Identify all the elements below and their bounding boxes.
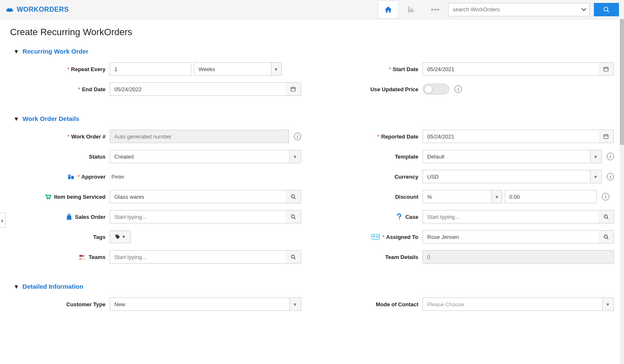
id-card-icon (371, 234, 380, 240)
case-input[interactable] (423, 210, 598, 223)
svg-line-22 (294, 197, 295, 199)
start-date-input[interactable] (423, 62, 598, 76)
currency-select[interactable] (423, 170, 590, 183)
updated-price-toggle[interactable] (423, 84, 449, 95)
end-date-input[interactable] (110, 82, 286, 96)
side-expand-tab[interactable]: › (0, 213, 6, 228)
brand-icon (5, 7, 14, 13)
calendar-icon[interactable] (598, 62, 614, 76)
reported-date-label: Reported Date (381, 133, 418, 140)
row-reported-date: * Reported Date (326, 130, 614, 143)
end-date-label: End Date (82, 86, 106, 92)
updated-price-label: Use Updated Price (370, 86, 418, 92)
required-marker: * (382, 234, 384, 240)
template-label: Template (395, 154, 418, 160)
section-detailed-info-header[interactable]: ▼ Detailed Information (13, 283, 614, 290)
item-input[interactable] (110, 190, 286, 203)
row-start-date: * Start Date (326, 62, 614, 76)
scrollbar[interactable] (620, 19, 624, 347)
chevron-down-icon[interactable]: ▾ (602, 297, 614, 311)
row-teams: Teams (13, 250, 301, 264)
scrollbar-thumb[interactable] (620, 19, 624, 145)
info-icon[interactable]: i (602, 193, 609, 200)
calendar-icon[interactable] (286, 82, 301, 96)
repeat-every-input[interactable] (110, 62, 191, 76)
required-marker: * (67, 66, 70, 72)
discount-value-input[interactable] (505, 190, 597, 203)
teams-input[interactable] (110, 250, 286, 264)
search-icon[interactable] (286, 210, 301, 223)
customer-type-label: Customer Type (66, 301, 106, 308)
chevron-down-icon[interactable]: ▾ (491, 190, 502, 203)
svg-point-29 (291, 255, 294, 258)
svg-point-20 (49, 198, 50, 200)
status-select[interactable] (110, 150, 289, 163)
row-sales-order: Sales Order (13, 210, 301, 223)
info-icon[interactable]: i (454, 85, 462, 93)
svg-line-24 (294, 218, 295, 219)
section-recurring-header[interactable]: ▼ Recurring Work Order (13, 48, 614, 55)
search-dropdown[interactable] (578, 3, 590, 16)
svg-rect-18 (70, 176, 70, 177)
chevron-down-icon[interactable]: ▾ (590, 150, 602, 163)
svg-rect-16 (70, 175, 70, 176)
details-grid: * Work Order # i Status ▾ (10, 130, 614, 270)
recurring-grid: * Repeat Every ▾ * End Date (10, 62, 614, 103)
mode-of-contact-label: Mode of Contact (376, 301, 418, 308)
svg-rect-40 (376, 236, 379, 236)
chevron-down-icon[interactable]: ▾ (590, 170, 602, 183)
approver-value: Peter (110, 174, 124, 180)
building-icon (67, 173, 75, 180)
repeat-unit-select[interactable] (194, 62, 271, 76)
approver-label: Approver (81, 174, 106, 180)
svg-line-43 (607, 238, 608, 239)
row-repeat-every: * Repeat Every ▾ (13, 62, 301, 76)
assigned-to-input[interactable] (423, 230, 598, 244)
svg-point-21 (291, 195, 294, 198)
calendar-icon[interactable] (598, 130, 614, 143)
mode-of-contact-select[interactable] (423, 297, 602, 311)
template-select[interactable] (423, 150, 590, 163)
chevron-down-icon[interactable]: ▾ (289, 150, 301, 163)
chevron-down-icon[interactable]: ▾ (289, 297, 301, 311)
discount-type-select[interactable] (423, 190, 491, 203)
assigned-to-label: Assigned To (386, 234, 418, 240)
svg-rect-15 (69, 175, 69, 176)
home-button[interactable] (378, 0, 399, 19)
sales-order-input[interactable] (110, 210, 286, 223)
svg-line-30 (294, 258, 295, 259)
search-icon[interactable] (286, 190, 301, 203)
tags-label: Tags (93, 234, 106, 240)
case-label: Case (405, 214, 418, 220)
search-icon[interactable] (286, 250, 301, 264)
info-icon[interactable]: i (294, 133, 301, 140)
more-button[interactable] (425, 0, 446, 19)
required-marker: * (78, 86, 80, 92)
item-label: Item being Serviced (54, 194, 106, 200)
customer-type-select[interactable] (110, 297, 289, 311)
search-icon[interactable] (598, 230, 614, 244)
info-icon[interactable]: i (607, 173, 614, 180)
svg-point-28 (83, 255, 85, 257)
row-customer-type: Customer Type ▾ (13, 297, 301, 311)
brand-text: WORKORDERS (17, 6, 69, 13)
chart-button[interactable] (401, 0, 422, 19)
chevron-down-icon[interactable]: ▾ (271, 62, 282, 76)
chevron-down-icon: ▼ (13, 283, 19, 290)
search-icon[interactable] (598, 210, 614, 223)
search-wrap (448, 3, 619, 16)
work-order-input (110, 130, 289, 143)
sales-order-label: Sales Order (75, 214, 106, 220)
search-input[interactable] (448, 3, 578, 16)
row-case: Case (326, 210, 614, 223)
tags-button[interactable]: ▼ (110, 231, 131, 243)
reported-date-input[interactable] (423, 130, 598, 143)
svg-line-4 (607, 10, 609, 12)
row-status: Status ▾ (13, 150, 301, 163)
search-button[interactable] (594, 3, 619, 16)
row-currency: Currency ▾ i (326, 170, 614, 183)
svg-rect-13 (68, 175, 71, 179)
info-icon[interactable]: i (607, 153, 614, 160)
section-details-header[interactable]: ▼ Work Order Details (13, 115, 614, 122)
svg-rect-41 (376, 237, 379, 237)
